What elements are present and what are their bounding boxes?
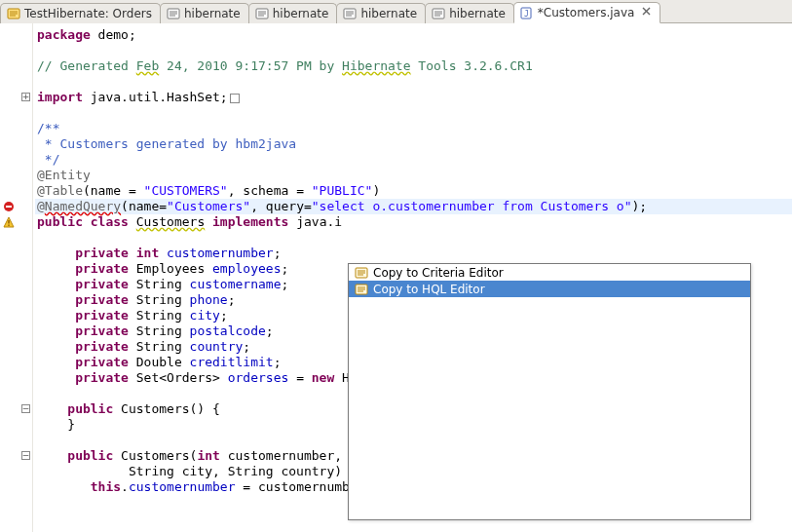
code-token: phone [190, 292, 228, 307]
editor-tab-0[interactable]: TestHibernate: Orders [0, 3, 161, 23]
editor-tab-4[interactable]: hibernate [425, 3, 514, 23]
code-token: java.util.HashSet; [83, 90, 228, 104]
code-token: demo; [91, 27, 136, 42]
code-token: class [91, 214, 129, 229]
fold-expand-icon[interactable]: + [21, 93, 30, 101]
tab-label: *Customers.java [538, 6, 635, 19]
code-line: @Entity [35, 168, 792, 183]
code-token: Customers( [113, 448, 197, 463]
code-line: */ [35, 152, 792, 168]
svg-rect-27 [8, 220, 9, 224]
code-token: String [129, 339, 190, 354]
code-token: implements [212, 214, 288, 229]
code-line: public class Customers implements java.i [35, 214, 792, 230]
tab-label: hibernate [449, 7, 506, 20]
fold-collapse-icon[interactable]: − [21, 404, 30, 413]
editor-tab-3[interactable]: hibernate [336, 3, 426, 23]
close-icon[interactable] [642, 7, 652, 19]
code-token: * Customers generated by hbm2java [37, 136, 296, 151]
content-assist-item-label: Copy to HQL Editor [373, 283, 485, 296]
code-token: private [75, 355, 129, 369]
content-assist-item[interactable]: Copy to Criteria Editor [349, 264, 750, 281]
content-assist-item-label: Copy to Criteria Editor [373, 266, 504, 280]
code-token: ); [632, 199, 648, 213]
code-token: ; [243, 339, 250, 354]
code-token: "Customers" [167, 199, 250, 213]
code-token: public [37, 214, 83, 229]
code-line: @Table(name = "CUSTOMERS", schema = "PUB… [35, 183, 792, 199]
code-token: ) [372, 183, 380, 198]
code-token: ; [220, 308, 228, 323]
editor-tab-bar: TestHibernate: Ordershibernatehibernateh… [0, 0, 792, 23]
code-token: "select o.customernumber from Customers … [312, 199, 632, 213]
tab-label: TestHibernate: Orders [24, 7, 152, 20]
code-token: , query= [250, 199, 312, 213]
editor-tab-5[interactable]: J*Customers.java [513, 2, 661, 23]
code-token: String [129, 292, 190, 307]
editor-tab-1[interactable]: hibernate [160, 3, 249, 23]
error-marker-icon[interactable] [2, 200, 16, 213]
code-token: 24, 2010 9:17:57 PM by [159, 58, 342, 73]
code-token: postalcode [190, 323, 266, 338]
code-line: // Generated Feb 24, 2010 9:17:57 PM by … [35, 58, 792, 74]
hibernate-editor-icon [7, 7, 20, 20]
code-token: String city, String country) [129, 464, 342, 478]
code-token: ; [228, 292, 236, 307]
code-token: String [129, 308, 190, 323]
code-token: */ [37, 152, 59, 167]
code-token: Customers [136, 214, 205, 229]
code-token: country [190, 339, 244, 354]
code-token: @ [37, 199, 45, 213]
code-token: // Generated [37, 58, 136, 73]
svg-rect-25 [6, 206, 12, 208]
code-token: Double [129, 355, 190, 369]
folded-region-box[interactable] [230, 94, 240, 103]
code-token: , schema = [228, 183, 312, 198]
code-token: customernumber [167, 246, 274, 260]
code-token: private [75, 339, 129, 354]
fold-collapse-icon[interactable]: − [21, 451, 30, 460]
code-token: ; [281, 261, 288, 276]
code-token: private [75, 277, 129, 291]
warning-marker-icon[interactable] [2, 215, 16, 229]
code-token: Feb [136, 58, 159, 73]
code-token: = [288, 370, 311, 385]
hql-editor-icon [355, 283, 368, 296]
code-token: new [312, 370, 334, 385]
editor-area: +−− package demo; // Generated Feb 24, 2… [0, 23, 792, 532]
java-file-icon: J [520, 6, 534, 19]
code-token: /** [37, 121, 59, 135]
code-line [35, 230, 792, 246]
tab-label: hibernate [360, 7, 417, 20]
code-token: int [136, 246, 159, 260]
code-token: creditlimit [190, 355, 274, 369]
tab-label: hibernate [184, 7, 241, 20]
tab-label: hibernate [273, 7, 329, 20]
code-token [205, 214, 212, 229]
hibernate-editor-icon [432, 7, 445, 20]
editor-tab-2[interactable]: hibernate [248, 3, 338, 23]
svg-rect-28 [8, 225, 9, 226]
code-token: Employees [129, 261, 212, 276]
code-token: (name= [121, 199, 167, 213]
code-token [83, 214, 91, 229]
code-token: private [75, 246, 129, 260]
code-token: int [197, 448, 219, 463]
code-token: Set<Orders> [129, 370, 228, 385]
code-line: package demo; [35, 27, 792, 43]
content-assist-popup: Copy to Criteria EditorCopy to HQL Edito… [348, 263, 751, 520]
code-token [159, 246, 167, 260]
code-token: city [190, 308, 220, 323]
hibernate-editor-icon [343, 7, 357, 20]
code-token: String [129, 323, 190, 338]
code-token: private [75, 323, 129, 338]
code-token: String [129, 277, 190, 291]
editor-gutter: +−− [0, 23, 33, 532]
code-line: private int customernumber; [35, 246, 792, 261]
code-token [129, 214, 136, 229]
code-line: /** [35, 121, 792, 136]
code-token: import [37, 90, 83, 104]
content-assist-item[interactable]: Copy to HQL Editor [349, 281, 750, 297]
code-token: orderses [228, 370, 289, 385]
code-token: employees [212, 261, 281, 276]
